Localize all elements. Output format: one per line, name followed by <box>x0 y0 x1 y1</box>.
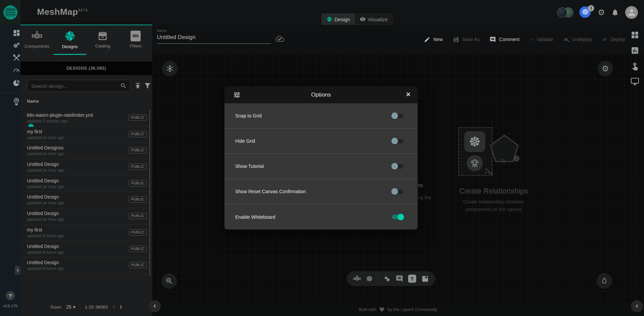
component-tool-icon[interactable] <box>353 275 361 283</box>
upload-design-icon[interactable] <box>134 82 142 90</box>
image-tool-icon[interactable] <box>421 275 429 283</box>
design-row[interactable]: k8s-wasm-plugin-ratelimiter.yml updated … <box>21 110 152 127</box>
undeploy-button[interactable]: ✓✓ Undeploy <box>563 37 592 42</box>
design-row[interactable]: Untitled Design updated an hour ago PUBL… <box>21 208 152 225</box>
help-button[interactable]: ? <box>6 291 15 300</box>
visibility-badge: PUBLIC <box>129 147 147 153</box>
text-tool-icon[interactable]: T <box>408 275 416 283</box>
rail-expand-chevron[interactable]: › <box>15 266 21 275</box>
search-input[interactable] <box>27 83 120 89</box>
right-drawer-expand-button[interactable]: ‹ <box>631 300 643 312</box>
top-nav: MeshMapBETA Design Visualize ☸ 1 ⚙ <box>0 0 644 25</box>
options-modal-header: Options × <box>224 86 418 103</box>
meshsync-snowflake-button[interactable] <box>162 61 178 76</box>
drawer-collapse-button[interactable]: ‹ <box>149 300 161 312</box>
tutorial-squid-node <box>467 155 483 171</box>
design-spiral-icon <box>326 16 332 22</box>
caret-down-icon: ▾ <box>73 304 75 310</box>
collaborator-avatar[interactable] <box>557 7 567 17</box>
enable-whiteboard-toggle[interactable] <box>391 214 404 220</box>
snap-to-grid-toggle[interactable] <box>391 112 404 119</box>
design-row[interactable]: Untitled Design updated an hour ago PUBL… <box>21 176 152 192</box>
rail-dashboard-icon[interactable] <box>0 29 21 37</box>
design-row[interactable]: Untitled Design updated 8 hours ago PUBL… <box>21 241 152 258</box>
context-count-badge: 1 <box>588 5 594 11</box>
tab-catalog[interactable]: Catalog <box>86 25 119 55</box>
beta-badge: BETA <box>78 8 88 12</box>
comment-tool-icon[interactable] <box>396 275 403 282</box>
right-toolbar <box>631 31 639 86</box>
list-scrollbar[interactable] <box>149 110 150 276</box>
toggle-knob <box>391 188 398 195</box>
close-icon[interactable]: × <box>406 89 411 100</box>
user-avatar[interactable] <box>625 6 638 19</box>
save-as-button[interactable]: Save As <box>453 36 479 43</box>
hidden-card-title-fragment: ts <box>418 182 423 189</box>
tab-designs[interactable]: Designs <box>53 25 86 55</box>
rail-meshmap-pin-icon[interactable] <box>0 97 21 106</box>
design-row[interactable]: Untitled Designss updated an hour ago PU… <box>21 143 152 159</box>
nav-right-cluster: ☸ 1 ⚙ <box>557 0 638 25</box>
touch-interaction-icon[interactable] <box>631 62 639 70</box>
settings-gear-icon[interactable]: ⚙ <box>598 8 605 16</box>
design-row[interactable]: my first updated 6 hours ago PUBLIC <box>21 225 152 241</box>
zoom-button[interactable] <box>162 273 177 289</box>
search-icon[interactable] <box>120 82 127 89</box>
design-row[interactable]: Untitled Design updated an hour ago PUBL… <box>21 192 152 208</box>
rail-lifecycle-gears-icon[interactable] <box>0 41 21 49</box>
tab-components[interactable]: Components <box>21 25 53 55</box>
rail-configuration-tools-icon[interactable] <box>0 54 21 62</box>
toggle-knob <box>391 112 398 119</box>
show-reset-canvas-confirmation-toggle[interactable] <box>391 188 404 195</box>
new-button[interactable]: New <box>424 36 443 43</box>
toggle-knob <box>397 214 404 220</box>
rows-per-page-select[interactable]: 25 ▾ <box>66 304 75 310</box>
kubernetes-context-button[interactable]: ☸ 1 <box>579 6 592 19</box>
design-name-input[interactable] <box>157 34 271 44</box>
drop-pin-button[interactable] <box>597 273 612 289</box>
designs-drawer: Components Designs Catalog WA Filters DE… <box>21 25 152 316</box>
kubernetes-tool-icon[interactable]: ☸ <box>366 275 373 283</box>
page-title: MeshMapBETA <box>37 7 88 17</box>
rail-extensions-pie-icon[interactable] <box>0 79 21 87</box>
visibility-badge: PUBLIC <box>129 131 147 137</box>
tab-design[interactable]: Design <box>322 14 355 25</box>
option-row-show-reset-canvas-confirmation: Show Reset Canvas Confirmation <box>224 179 418 204</box>
layer5-logo-icon <box>3 5 18 20</box>
bar-chart-icon[interactable] <box>631 46 639 55</box>
filter-funnel-icon[interactable] <box>144 82 151 90</box>
app-version: v0.6.176 <box>0 304 21 308</box>
designs-spiral-icon <box>64 30 76 42</box>
heart-icon: ♥ <box>379 306 385 313</box>
rows-label: Rows <box>50 305 62 310</box>
design-row[interactable]: my first updated an hour ago PUBLIC <box>21 127 152 143</box>
canvas-settings-button[interactable]: ⚙ <box>598 61 613 76</box>
comment-icon <box>490 36 496 43</box>
toggle-knob <box>391 138 398 144</box>
rail-performance-gauge-icon[interactable] <box>0 66 21 74</box>
validate-button[interactable]: ✓ Validate <box>530 37 553 42</box>
hide-grid-toggle[interactable] <box>391 138 404 144</box>
deploy-button[interactable]: ✓✓ Deploy <box>602 37 625 42</box>
design-row[interactable]: Untitled Design updated an hour ago PUBL… <box>21 159 152 176</box>
prev-page-button[interactable]: ‹ <box>112 303 115 311</box>
pencil-icon <box>424 36 430 43</box>
catalog-archive-icon <box>97 31 108 41</box>
visibility-badge: PUBLIC <box>129 180 147 186</box>
widgets-grid-icon[interactable] <box>631 31 639 39</box>
design-row[interactable]: Untitled Design updated 8 hours ago PUBL… <box>21 257 152 274</box>
cloud-saved-icon <box>275 35 285 43</box>
next-page-button[interactable]: › <box>120 303 122 311</box>
mode-switcher: Design Visualize <box>321 13 393 25</box>
tab-filters[interactable]: WA Filters <box>119 25 152 55</box>
meshmap-logo[interactable] <box>0 0 21 25</box>
show-tutorial-toggle[interactable] <box>391 163 404 170</box>
tab-visualize[interactable]: Visualize <box>355 14 393 25</box>
notifications-bell-icon[interactable] <box>611 8 619 16</box>
left-icon-rail: › ? v0.6.176 <box>0 25 21 316</box>
shapes-tool-icon[interactable] <box>383 275 391 282</box>
comment-button[interactable]: Comment <box>490 36 520 43</box>
action-buttons: New Save As Comment ✓ Validate ✓✓ Undepl… <box>424 25 625 54</box>
designs-count-header: DESIGNS (36,065) <box>21 62 152 75</box>
monitor-icon[interactable] <box>631 77 639 86</box>
